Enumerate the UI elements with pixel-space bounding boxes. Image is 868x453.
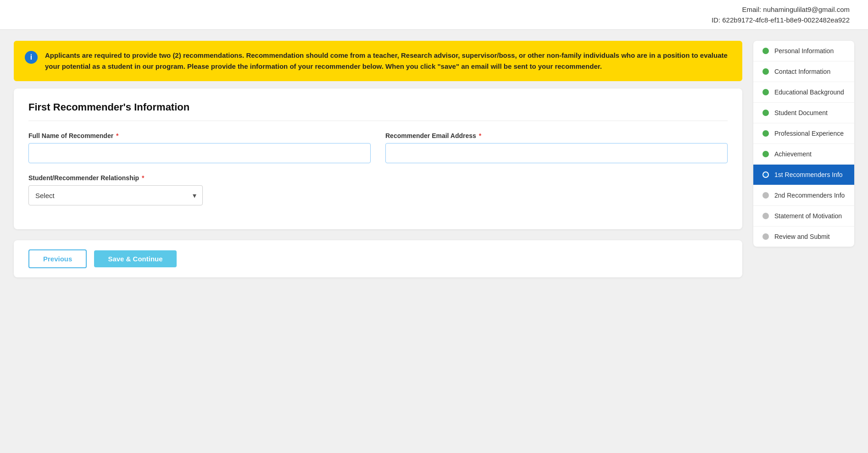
sidebar-dot-0 [762,48,769,54]
sidebar-item-9[interactable]: Review and Submit [753,226,854,247]
sidebar-item-3[interactable]: Student Document [753,103,854,123]
sidebar-label-8: Statement of Motivation [774,212,842,220]
sidebar-dot-2 [762,89,769,95]
sidebar-item-4[interactable]: Professional Experience [753,123,854,144]
sidebar-label-3: Student Document [774,109,828,116]
sidebar-label-9: Review and Submit [774,233,830,240]
required-star-email: * [479,132,481,139]
info-icon: i [25,51,38,64]
banner-text: Applicants are required to provide two (… [45,50,731,72]
sidebar-item-8[interactable]: Statement of Motivation [753,206,854,226]
sidebar-item-6[interactable]: 1st Recommenders Info [753,165,854,185]
relationship-label: Student/Recommender Relationship * [28,174,203,182]
sidebar-dot-6 [762,171,769,178]
id-display: ID: 622b9172-4fc8-ef11-b8e9-0022482ea922 [18,16,850,24]
form-title: First Recommender's Information [28,101,728,121]
sidebar-item-5[interactable]: Achievement [753,144,854,165]
sidebar-label-1: Contact Information [774,68,830,75]
sidebar-dot-8 [762,213,769,219]
full-name-input[interactable] [28,143,371,163]
sidebar-label-2: Educational Background [774,88,844,96]
sidebar-dot-7 [762,192,769,199]
previous-button[interactable]: Previous [28,249,87,268]
email-label: Recommender Email Address * [385,132,728,139]
required-star-rel: * [142,174,144,182]
sidebar-label-0: Personal Information [774,47,834,55]
required-star: * [116,132,118,139]
top-bar: Email: nuhamingulilat9@gmail.com ID: 622… [0,0,868,30]
email-input[interactable] [385,143,728,163]
sidebar-dot-9 [762,233,769,240]
sidebar-label-5: Achievement [774,150,812,158]
sidebar-label-7: 2nd Recommenders Info [774,192,845,199]
sidebar-item-0[interactable]: Personal Information [753,41,854,61]
sidebar-dot-4 [762,130,769,137]
sidebar-dot-5 [762,151,769,157]
info-banner: i Applicants are required to provide two… [14,41,742,81]
bottom-actions: Previous Save & Continue [14,240,742,277]
sidebar: Personal InformationContact InformationE… [753,41,854,247]
sidebar-dot-3 [762,110,769,116]
relationship-select[interactable]: Select Teacher Research Advisor Supervis… [28,185,203,205]
email-display: Email: nuhamingulilat9@gmail.com [18,6,850,13]
sidebar-label-4: Professional Experience [774,130,844,137]
sidebar-item-1[interactable]: Contact Information [753,61,854,82]
sidebar-dot-1 [762,68,769,75]
form-card: First Recommender's Information Full Nam… [14,88,742,229]
sidebar-item-2[interactable]: Educational Background [753,82,854,103]
sidebar-label-6: 1st Recommenders Info [774,171,843,178]
sidebar-item-7[interactable]: 2nd Recommenders Info [753,185,854,206]
full-name-label: Full Name of Recommender * [28,132,371,139]
save-continue-button[interactable]: Save & Continue [94,250,176,267]
